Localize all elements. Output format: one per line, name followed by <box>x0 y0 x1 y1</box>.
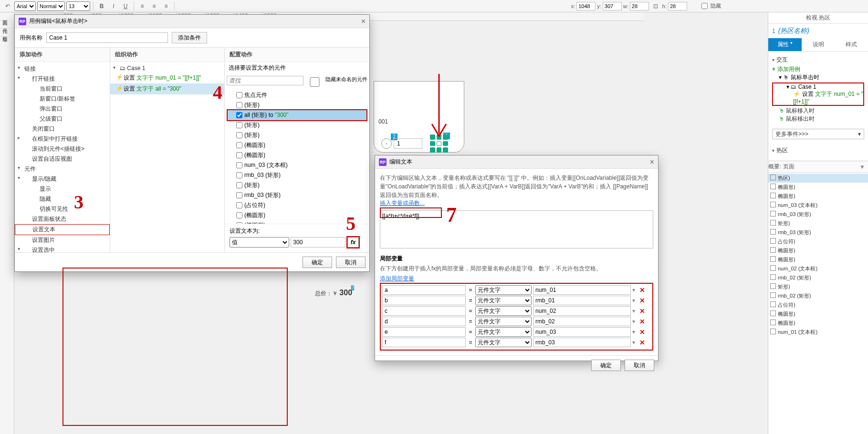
action-tree-item[interactable]: 显示/隐藏 <box>15 174 110 184</box>
widget-row[interactable]: (矩形) <box>228 180 366 190</box>
action-tree-item[interactable]: 设置选中 <box>15 245 110 252</box>
outline-item[interactable]: 矩形) <box>768 219 868 228</box>
widget-checkbox[interactable] <box>236 142 242 148</box>
close-icon[interactable]: × <box>361 17 366 26</box>
outline-item[interactable]: rmb_02 (矩形) <box>768 273 868 282</box>
delete-var-icon[interactable]: ✕ <box>638 339 646 346</box>
widget-row[interactable]: (椭圆形) <box>228 140 366 150</box>
tab-properties[interactable]: 属性 ● <box>768 38 802 51</box>
italic-icon[interactable]: I <box>108 1 119 11</box>
action-tree-item[interactable]: 切换可见性 <box>15 204 110 214</box>
var-name-input[interactable] <box>382 338 466 347</box>
more-events-dropdown[interactable]: 更多事件>>>▾ <box>772 129 864 139</box>
left-tab-pages[interactable]: 页面 <box>0 12 10 21</box>
outline-list[interactable]: 热区)椭圆形)椭圆形)num_03 (文本框)rmb_03 (矩形)矩形)rmb… <box>768 173 868 434</box>
hotspot-header[interactable]: 热区 <box>772 145 864 156</box>
action-tree-item[interactable]: 新窗口/新标签 <box>15 94 110 104</box>
expression-textarea[interactable]: [[a*b+c*d+e*f]] <box>380 210 653 248</box>
var-widget-select[interactable] <box>533 338 631 347</box>
outline-item[interactable]: rmb_03 (矩形) <box>768 210 868 219</box>
delete-var-icon[interactable]: ✕ <box>638 328 646 336</box>
widget-row[interactable]: (矩形) <box>228 100 366 110</box>
widget-checkbox[interactable] <box>236 122 242 128</box>
var-type-select[interactable]: 元件文字 <box>475 338 532 347</box>
case-editor-titlebar[interactable]: RP 用例编辑<鼠标单击时> × <box>15 15 369 28</box>
outline-item[interactable]: 椭圆形) <box>768 255 868 264</box>
widget-row[interactable]: (椭圆形) <box>228 210 366 220</box>
w-input[interactable] <box>630 2 649 10</box>
var-type-select[interactable]: 元件文字 <box>475 306 532 316</box>
action-tree-item[interactable]: 滚动到元件<描链接> <box>15 144 110 154</box>
action-tree-item[interactable]: 设置图片 <box>15 235 110 245</box>
widget-checkbox[interactable] <box>236 202 242 208</box>
var-type-select[interactable]: 元件文字 <box>475 285 532 295</box>
outline-item[interactable]: 占位符) <box>768 300 868 310</box>
widget-checkbox[interactable] <box>236 102 242 108</box>
outline-item[interactable]: num_01 (文本框) <box>768 328 868 337</box>
actions-tree[interactable]: 链接打开链接当前窗口新窗口/新标签弹出窗口父级窗口关闭窗口在框架中打开链接滚动到… <box>15 62 110 252</box>
var-widget-select[interactable] <box>533 327 631 337</box>
var-type-select[interactable]: 元件文字 <box>475 327 532 337</box>
outline-item[interactable]: 热区) <box>768 174 868 183</box>
outline-item[interactable]: rmb_02 (矩形) <box>768 291 868 300</box>
action-tree-item[interactable]: 弹出窗口 <box>15 104 110 114</box>
action-tree-item[interactable]: 链接 <box>15 64 110 74</box>
action-tree-item[interactable]: 在框架中打开链接 <box>15 134 110 144</box>
outline-item[interactable]: rmb_03 (矩形) <box>768 228 868 237</box>
add-case-link[interactable]: 添加用例 <box>772 65 864 73</box>
action-tree-item[interactable]: 关闭窗口 <box>15 124 110 134</box>
var-widget-select[interactable] <box>533 285 631 295</box>
widget-row[interactable]: (矩形) <box>228 130 366 140</box>
action-tree-item[interactable]: 打开链接 <box>15 74 110 84</box>
widget-list[interactable]: 焦点元件(矩形)all (矩形) to "300"(矩形)(矩形)(椭圆形)(椭… <box>225 90 369 224</box>
widget-row[interactable]: (占位符) <box>228 200 366 210</box>
widget-checkbox[interactable] <box>236 132 242 138</box>
rp-case-1[interactable]: ▾ 🗂 Case 1 <box>773 83 863 90</box>
qty-input[interactable]: 1 <box>394 138 422 149</box>
rp-action[interactable]: ⚡设置 文字于 num_01 = "[[f+1]]" <box>773 90 863 105</box>
widget-checkbox[interactable] <box>236 152 242 158</box>
delete-var-icon[interactable]: ✕ <box>638 297 646 304</box>
h-input[interactable] <box>668 2 687 10</box>
var-name-input[interactable] <box>382 306 466 316</box>
var-widget-select[interactable] <box>533 317 631 326</box>
var-name-input[interactable] <box>382 285 466 295</box>
var-type-select[interactable]: 元件文字 <box>475 296 532 305</box>
set-text-value-input[interactable] <box>291 237 345 248</box>
widget-name-placeholder[interactable]: (热区名称) <box>778 27 809 35</box>
bold-icon[interactable]: B <box>96 1 107 11</box>
widget-checkbox[interactable] <box>236 192 242 198</box>
font-select[interactable]: Arial <box>14 1 36 11</box>
widget-checkbox[interactable] <box>236 92 242 98</box>
et-ok-button[interactable]: 确定 <box>591 360 621 371</box>
align-right-icon[interactable]: ≡ <box>161 1 171 11</box>
close-icon[interactable]: × <box>650 158 654 166</box>
widget-checkbox[interactable] <box>236 162 242 168</box>
var-widget-select[interactable] <box>533 306 631 316</box>
widget-checkbox[interactable] <box>236 112 242 118</box>
org-action-1[interactable]: ⚡设置 文字于 num_01 = "[[f+1]]" <box>110 72 224 83</box>
left-tab-widgets[interactable]: 元件 <box>0 21 10 29</box>
action-tree-item[interactable]: 隐藏 <box>15 194 110 204</box>
widget-checkbox[interactable] <box>236 212 242 218</box>
outline-item[interactable]: 占位符) <box>768 237 868 246</box>
outline-item[interactable]: 椭圆形) <box>768 319 868 328</box>
hidden-checkbox[interactable] <box>701 3 708 9</box>
underline-icon[interactable]: U <box>120 1 131 11</box>
widget-row[interactable]: (矩形) <box>228 120 366 130</box>
action-tree-item[interactable]: 设置面板状态 <box>15 214 110 224</box>
align-left-icon[interactable]: ≡ <box>137 1 147 11</box>
lock-aspect-icon[interactable]: ⊡ <box>650 1 661 11</box>
action-tree-item[interactable]: 父级窗口 <box>15 114 110 124</box>
fx-button[interactable]: fx <box>347 237 359 248</box>
outline-item[interactable]: 椭圆形) <box>768 192 868 201</box>
action-tree-item[interactable]: 设置自适应视图 <box>15 154 110 164</box>
widget-row[interactable]: (椭圆形) <box>228 150 366 160</box>
edit-text-titlebar[interactable]: RP 编辑文本 × <box>375 155 658 169</box>
x-input[interactable] <box>576 2 596 10</box>
event-enter[interactable]: 🖱 鼠标移入时 <box>772 107 864 115</box>
outline-item[interactable]: num_02 (文本框) <box>768 264 868 273</box>
case-cancel-button[interactable]: 取消 <box>336 257 366 268</box>
minus-button[interactable]: - <box>381 138 392 149</box>
set-text-type-select[interactable]: 值 <box>230 237 289 248</box>
